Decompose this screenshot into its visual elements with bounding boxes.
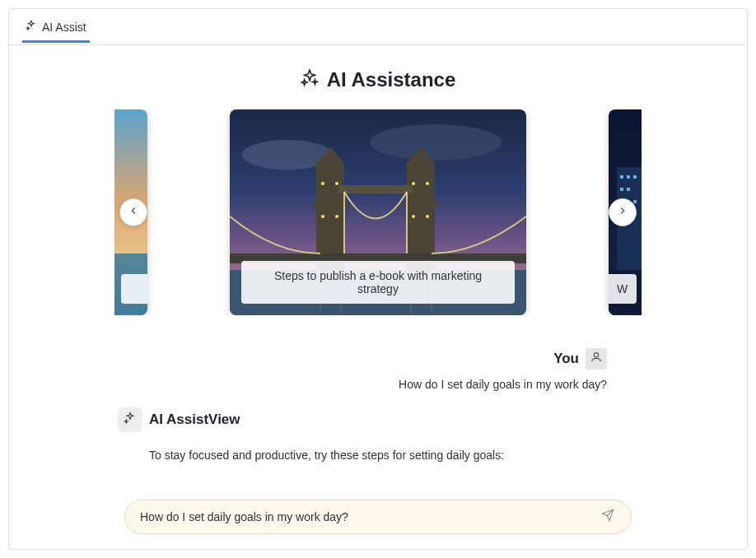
card-caption-partial-left (121, 274, 147, 304)
prompt-input[interactable] (140, 510, 596, 523)
chevron-right-icon (617, 205, 628, 220)
svg-point-23 (426, 215, 429, 218)
svg-rect-12 (338, 185, 413, 193)
carousel-next-button[interactable] (609, 198, 637, 226)
carousel-prev-button[interactable] (119, 198, 147, 226)
card-caption: Steps to publish a e-book with marketing… (241, 261, 515, 304)
scroll-area[interactable]: AI Assistance (9, 45, 747, 549)
user-icon (590, 351, 603, 367)
svg-point-59 (594, 353, 598, 357)
svg-point-4 (370, 124, 502, 160)
svg-rect-11 (403, 202, 439, 207)
carousel-track: Steps to publish a e-book with marketing… (114, 109, 642, 315)
content-wrapper: AI Assistance (9, 45, 747, 549)
page-title: AI Assistance (327, 68, 456, 91)
svg-point-21 (426, 182, 429, 185)
user-message-text: How do I set daily goals in my work day? (149, 378, 607, 391)
svg-rect-38 (633, 200, 637, 203)
message-user: You How do I set daily goals in my work … (149, 348, 607, 391)
tab-ai-assist[interactable]: AI Assist (16, 12, 96, 42)
tab-label: AI Assist (42, 21, 86, 34)
message-assistant-header: AI AssistView (118, 407, 240, 432)
card-caption-partial-right: W (609, 274, 637, 304)
svg-point-20 (412, 182, 415, 185)
chevron-left-icon (128, 205, 139, 220)
send-button[interactable] (596, 505, 619, 528)
svg-rect-34 (633, 175, 637, 179)
assistant-name: AI AssistView (149, 412, 240, 428)
sparkle-icon (26, 20, 37, 34)
assistant-message-text: To stay focused and productive, try thes… (149, 449, 607, 462)
svg-point-16 (321, 182, 324, 185)
sparkle-icon (301, 69, 319, 91)
svg-point-19 (335, 215, 338, 218)
message-user-header: You (553, 348, 607, 370)
svg-rect-32 (620, 175, 623, 179)
page-header: AI Assistance (42, 68, 714, 91)
sparkle-icon (124, 412, 137, 428)
carousel-card-center[interactable]: Steps to publish a e-book with marketing… (230, 109, 526, 315)
input-bar (124, 500, 632, 534)
svg-point-18 (321, 215, 324, 218)
assistant-avatar (118, 407, 142, 432)
app-container: AI Assist AI Assistance (8, 8, 748, 550)
svg-rect-35 (620, 188, 623, 191)
svg-point-17 (335, 182, 338, 185)
user-name: You (553, 351, 579, 367)
svg-point-22 (412, 215, 415, 218)
send-icon (601, 509, 614, 525)
suggestion-carousel: Steps to publish a e-book with marketing… (114, 109, 642, 315)
user-avatar (586, 348, 607, 370)
svg-rect-10 (312, 202, 348, 207)
tab-bar: AI Assist (9, 9, 747, 45)
message-assistant: AI AssistView To stay focused and produc… (149, 407, 607, 462)
svg-rect-36 (627, 188, 630, 191)
svg-rect-33 (627, 175, 630, 179)
